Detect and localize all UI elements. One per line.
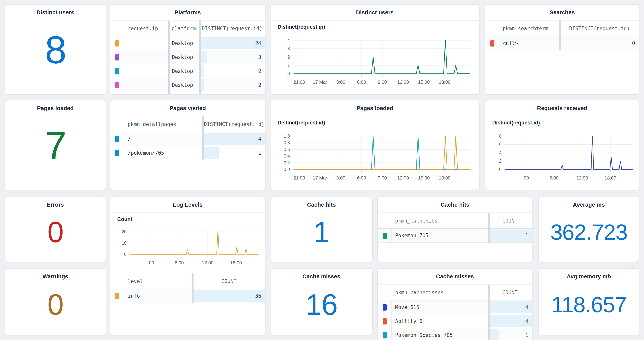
column-header: DISTINCT(request.id) (560, 21, 639, 36)
panel-title[interactable]: Platforms (110, 5, 265, 20)
svg-text:8: 8 (499, 133, 502, 139)
row-label (124, 78, 168, 92)
panel-title[interactable]: Pages loaded (5, 100, 106, 116)
series-color-swatch (382, 232, 386, 239)
svg-text:9:00: 9:00 (378, 79, 387, 85)
panel-cache-misses-table: Cache misses pkmn_cachemissesCOUNTMove 6… (377, 268, 532, 340)
requests-received-line-chart[interactable]: :006:0012:0018:0002468 (488, 132, 637, 187)
panel-title[interactable]: Cache misses (270, 269, 372, 284)
panel-title[interactable]: Pages visited (110, 100, 265, 116)
row-value: 1 (199, 92, 265, 95)
table-row: Ability 64 (378, 314, 532, 328)
row-label: Desktop (168, 92, 199, 95)
panel-title[interactable]: Warnings (5, 269, 106, 284)
log-levels-line-chart[interactable]: :006:0012:0018:0001020 (114, 226, 263, 272)
row-label: Desktop (168, 78, 199, 92)
table-row: Pokemon 7051 (378, 229, 532, 243)
panel-log-levels: Log Levels Count :006:0012:0018:0001020 … (110, 197, 266, 335)
table-header: pkmn_detailpagesDISTINCT(request.id) (110, 116, 265, 132)
table-row: Desktop2 (110, 64, 265, 78)
table-row: /4 (110, 132, 265, 146)
table-row: Desktop3 (110, 50, 265, 64)
svg-text:1: 1 (287, 63, 290, 68)
panel-distinct-users-chart: Distinct users Distinct(request.ip) 21:0… (270, 4, 480, 95)
row-label: Desktop (168, 50, 199, 64)
stat-value-distinct-users: 8 (5, 30, 106, 69)
column-divider[interactable] (559, 21, 561, 50)
row-label: Ability 6 (392, 314, 488, 328)
column-divider[interactable] (202, 116, 204, 160)
svg-text:3: 3 (287, 46, 290, 51)
panel-title[interactable]: Cache misses (378, 269, 532, 284)
column-header: COUNT (488, 213, 532, 228)
row-value: 36 (193, 289, 265, 303)
column-header: platform (168, 21, 199, 36)
row-label (124, 64, 168, 78)
panel-title[interactable]: Distinct users (5, 5, 106, 20)
column-divider[interactable] (199, 21, 201, 95)
divider (270, 20, 479, 21)
series-color-swatch (115, 68, 119, 74)
panel-title[interactable]: Average ms (539, 197, 639, 213)
stat-value-cache-hits: 1 (270, 217, 372, 247)
row-value: 3 (199, 50, 265, 64)
panel-title[interactable]: Avg memory mb (539, 269, 639, 284)
column-header: pkmn_cachehits (392, 213, 488, 228)
panel-title[interactable]: Cache hits (270, 197, 372, 213)
panel-title[interactable]: Searches (485, 5, 639, 20)
stat-value-cache-misses: 16 (270, 290, 372, 319)
column-divider[interactable] (168, 21, 170, 95)
svg-text:2: 2 (287, 55, 290, 60)
svg-text:15:00: 15:00 (418, 175, 430, 181)
panel-average-ms: Average ms 362.723 (538, 197, 639, 262)
row-label: Pokemon Species 705 (392, 328, 488, 340)
panel-title[interactable]: Cache hits (378, 197, 532, 213)
divider (110, 213, 265, 213)
row-value: 24 (199, 37, 265, 50)
svg-text:0.4: 0.4 (284, 153, 290, 158)
row-label: Move 615 (392, 300, 488, 314)
pages-visited-table: pkmn_detailpagesDISTINCT(request.id)/4/p… (110, 116, 265, 160)
series-label: Count (117, 216, 132, 222)
panel-warnings: Warnings 0 (5, 268, 106, 335)
panel-title[interactable]: Distinct users (270, 5, 479, 20)
svg-text:18:00: 18:00 (439, 175, 450, 181)
series-color-swatch (115, 293, 119, 299)
row-value: 2 (199, 78, 265, 92)
panel-pages-loaded-stat: Pages loaded 7 (5, 100, 106, 190)
panel-title[interactable]: Log Levels (110, 197, 265, 213)
column-divider[interactable] (192, 273, 194, 303)
searches-table: pkmn_searchtermDISTINCT(request.id)<nil>… (485, 21, 639, 50)
svg-text:10: 10 (122, 241, 126, 246)
stat-value-pages-loaded: 7 (5, 126, 106, 164)
panel-pages-loaded-chart: Pages loaded Distinct(request.id) 21:001… (270, 100, 480, 190)
table-row: Desktop2 (110, 78, 265, 92)
row-label: Desktop (168, 64, 199, 78)
panel-title[interactable]: Pages loaded (270, 100, 479, 116)
column-header: pkmn_cachemisses (392, 285, 488, 300)
divider (485, 116, 639, 116)
stat-value-errors: 0 (5, 217, 106, 247)
log-levels-table: levelCOUNTinfo36 (110, 273, 265, 303)
column-divider[interactable] (488, 213, 490, 243)
row-label: / (124, 132, 203, 146)
svg-text:2: 2 (499, 158, 502, 163)
pages-loaded-line-chart[interactable]: 21:0017 Mar3:006:009:0012:0015:0018:000.… (274, 132, 476, 187)
column-divider[interactable] (488, 285, 490, 340)
value-bar (193, 290, 265, 302)
row-value: 1 (488, 328, 532, 340)
chart-line-series (130, 231, 259, 254)
series-color-swatch (115, 136, 119, 142)
table-row: <nil>0 (485, 37, 639, 50)
row-value: 1 (203, 146, 265, 160)
row-value: 4 (488, 314, 532, 328)
distinct-users-line-chart[interactable]: 21:0017 Mar3:006:009:0012:0015:0018:0001… (274, 37, 476, 91)
panel-title[interactable]: Errors (5, 197, 106, 213)
svg-text:3:00: 3:00 (336, 175, 346, 181)
svg-text:0: 0 (287, 71, 290, 76)
panel-title[interactable]: Requests received (485, 100, 639, 116)
svg-text:21:00: 21:00 (293, 175, 305, 181)
series-color-swatch (115, 40, 119, 46)
panel-distinct-users-stat: Distinct users 8 (5, 4, 106, 95)
table-row: info36 (110, 289, 265, 303)
